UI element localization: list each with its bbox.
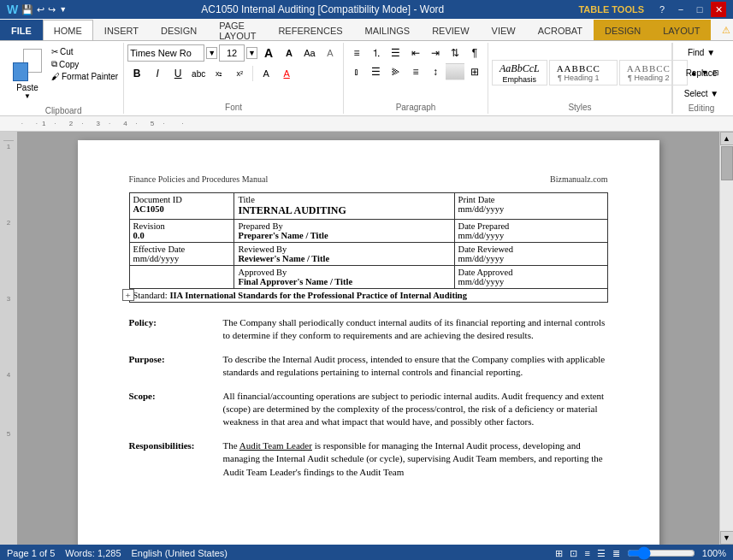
tab-design[interactable]: DESIGN (150, 20, 208, 40)
table-cell[interactable]: Print Date mm/dd/yyyy (454, 193, 607, 220)
tab-references[interactable]: REFERENCES (267, 20, 353, 40)
font-size-dropdown[interactable]: ▼ (246, 47, 257, 59)
scrollbar-track[interactable] (721, 146, 733, 530)
save-icon[interactable]: 💾 (21, 4, 33, 15)
table-cell-standard[interactable]: Standard: IIA International Standards fo… (129, 289, 607, 303)
undo-icon[interactable]: ↩ (37, 4, 44, 15)
tab-acrobat[interactable]: ACROBAT (527, 20, 594, 40)
tab-table-design[interactable]: DESIGN (594, 20, 652, 40)
numbering-button[interactable]: ⒈ (367, 44, 386, 62)
redo-icon[interactable]: ↪ (48, 4, 56, 15)
shading-button[interactable] (446, 63, 464, 80)
editing-group: Find ▼ Replace Select ▼ Editing (672, 43, 730, 114)
justify-button[interactable]: ≡ (406, 63, 425, 80)
italic-button[interactable]: I (148, 65, 167, 82)
cut-button[interactable]: ✂ Cut (50, 46, 120, 57)
minimize-button[interactable]: − (673, 2, 689, 17)
ribbon-content: Paste ▼ ✂ Cut ⧉ Copy 🖌 Format Painter (0, 41, 733, 116)
decrease-indent-button[interactable]: ⇤ (406, 44, 425, 62)
paste-dropdown[interactable]: ▼ (24, 92, 31, 100)
font-name-dropdown[interactable]: ▼ (206, 47, 217, 59)
tab-user[interactable]: ⚠ Bianca... ▼ (711, 20, 733, 40)
align-center-button[interactable]: ☰ (367, 63, 386, 80)
view-outline[interactable]: ☰ (597, 548, 606, 559)
scope-text[interactable]: All financial/accounting operations are … (223, 390, 608, 429)
tab-review[interactable]: REVIEW (421, 20, 480, 40)
sort-button[interactable]: ⇅ (446, 44, 464, 62)
paste-button[interactable]: Paste ▼ (7, 44, 48, 104)
view-draft[interactable]: ≣ (612, 548, 620, 559)
scroll-down-button[interactable]: ▼ (720, 531, 734, 545)
table-cell[interactable]: Effective Date mm/dd/yyyy (129, 243, 234, 266)
bold-button[interactable]: B (127, 65, 146, 82)
copy-button[interactable]: ⧉ Copy (50, 58, 120, 70)
select-button[interactable]: Select ▼ (680, 85, 723, 102)
align-left-button[interactable]: ⫾ (347, 63, 366, 80)
tab-home[interactable]: HOME (43, 20, 93, 40)
view-full-screen[interactable]: ⊡ (570, 548, 577, 559)
underline-button[interactable]: U (168, 65, 187, 82)
style-emphasis[interactable]: AaBbCcL Emphasis (492, 60, 547, 85)
table-cell[interactable]: Date Approved mm/dd/yyyy (454, 266, 607, 289)
view-print-layout[interactable]: ⊞ (555, 548, 563, 559)
borders-button[interactable]: ⊞ (465, 63, 484, 80)
table-cell[interactable]: Approved By Final Approver's Name / Titl… (234, 266, 454, 289)
table-cell[interactable]: Date Prepared mm/dd/yyyy (454, 220, 607, 243)
scrollbar-vertical[interactable]: ▲ ▼ (719, 132, 733, 545)
title-bar-icons: W 💾 ↩ ↪ ▼ (7, 3, 67, 16)
font-color-button[interactable]: A (277, 65, 296, 82)
view-web[interactable]: ≡ (584, 548, 589, 558)
responsibilities-text[interactable]: The Audit Team Leader is responsible for… (223, 439, 608, 479)
help-button[interactable]: ? (654, 2, 670, 17)
change-case-button[interactable]: Aa (300, 44, 319, 62)
responsibilities-label: Responsibilities: (129, 439, 223, 479)
increase-indent-button[interactable]: ⇥ (426, 44, 445, 62)
style-heading1[interactable]: AABBCC ¶ Heading 1 (549, 60, 618, 85)
purpose-text[interactable]: To describe the Internal Audit process, … (223, 353, 608, 380)
text-highlight-button[interactable]: A (257, 65, 275, 82)
font-size-input[interactable] (219, 44, 245, 62)
align-right-button[interactable]: ⫸ (387, 63, 405, 80)
close-button[interactable]: ✕ (711, 2, 726, 17)
show-formatting-button[interactable]: ¶ (465, 44, 484, 62)
strikethrough-button[interactable]: abc (189, 65, 208, 82)
clear-format-button[interactable]: A (321, 44, 340, 62)
table-cell[interactable]: Title INTERNAL AUDITING (234, 193, 454, 220)
find-button[interactable]: Find ▼ (680, 44, 723, 61)
zoom-slider[interactable] (627, 549, 695, 557)
multilevel-list-button[interactable]: ☰ (387, 44, 405, 62)
font-label: Font (127, 101, 340, 112)
tab-insert[interactable]: INSERT (93, 20, 150, 40)
format-painter-button[interactable]: 🖌 Format Painter (50, 71, 120, 82)
maximize-button[interactable]: □ (692, 2, 707, 17)
tab-table-layout[interactable]: LAYOUT (652, 20, 711, 40)
grow-font-button[interactable]: A (259, 44, 278, 62)
table-cell[interactable]: Reviewed By Reviewer's Name / Title (234, 243, 454, 266)
font-name-input[interactable] (127, 44, 204, 62)
shrink-font-button[interactable]: A (280, 44, 299, 62)
tab-mailings[interactable]: MAILINGS (354, 20, 422, 40)
superscript-button[interactable]: x² (230, 65, 249, 82)
tab-view[interactable]: VIEW (481, 20, 527, 40)
ruler: · · 1 · 2 · 3 · 4 · 5 · · (0, 116, 733, 132)
table-cell[interactable]: Prepared By Preparer's Name / Title (234, 220, 454, 243)
tab-page-layout[interactable]: PAGE LAYOUT (208, 20, 267, 40)
table-cell[interactable] (129, 266, 234, 289)
policy-text[interactable]: The Company shall periodically conduct i… (223, 316, 608, 343)
table-cell[interactable]: Date Reviewed mm/dd/yyyy (454, 243, 607, 266)
line-spacing-button[interactable]: ↕ (426, 63, 445, 80)
subscript-button[interactable]: x₂ (210, 65, 228, 82)
table-cell[interactable]: Revision 0.0 (129, 220, 234, 243)
zoom-level: 100% (702, 548, 726, 558)
add-table-button[interactable]: + (122, 289, 134, 301)
scroll-up-button[interactable]: ▲ (720, 132, 734, 145)
replace-button[interactable]: Replace (680, 64, 723, 81)
quick-access-more[interactable]: ▼ (59, 5, 67, 14)
scrollbar-thumb[interactable] (721, 146, 733, 180)
table-row-standard: Standard: IIA International Standards fo… (129, 289, 607, 303)
font-name-row: ▼ ▼ A A Aa A (127, 44, 340, 62)
document-area[interactable]: + Finance Policies and Procedures Manual… (17, 132, 719, 545)
table-cell[interactable]: Document ID AC1050 (129, 193, 234, 220)
bullets-button[interactable]: ≡ (347, 44, 366, 62)
tab-file[interactable]: FILE (0, 20, 43, 40)
